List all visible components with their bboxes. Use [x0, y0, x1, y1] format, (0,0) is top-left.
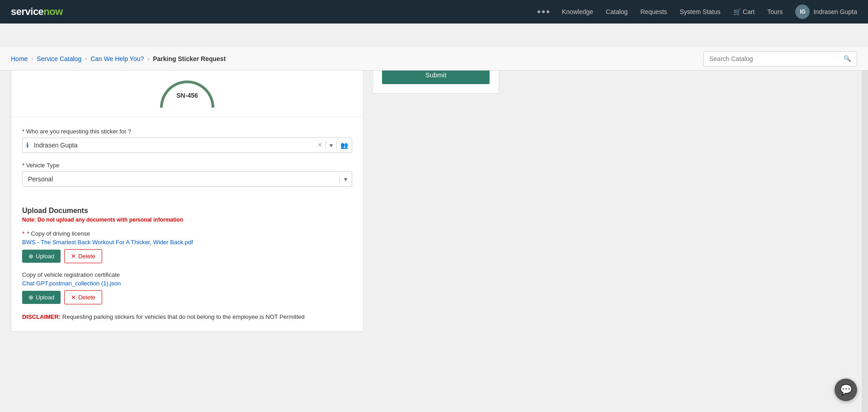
registration-group: Copy of vehicle registration certificate… — [22, 271, 352, 304]
driving-license-upload-label: Upload — [36, 253, 54, 260]
registration-delete-button[interactable]: ✕ Delete — [64, 290, 102, 304]
driving-license-delete-button[interactable]: ✕ Delete — [64, 249, 102, 263]
breadcrumb-service-catalog[interactable]: Service Catalog — [37, 55, 81, 62]
nav-tours[interactable]: Tours — [767, 8, 783, 15]
nav-knowledge[interactable]: Knowledge — [562, 8, 593, 15]
breadcrumb-current: Parking Sticker Request — [153, 55, 226, 62]
requestor-dropdown-icon[interactable]: ▾ — [326, 142, 336, 149]
search-icon: 🔍 — [844, 55, 851, 62]
requestor-people-icon[interactable]: 👥 — [336, 142, 352, 149]
dots-menu[interactable] — [538, 10, 549, 13]
registration-label: Copy of vehicle registration certificate — [22, 271, 352, 278]
delete-icon-1: ✕ — [71, 253, 76, 260]
breadcrumb: Home › Service Catalog › Can We Help You… — [11, 55, 226, 62]
dot-2 — [542, 10, 545, 13]
dot-3 — [547, 10, 549, 13]
requestor-label: * Who are you requesting this sticker fo… — [22, 128, 352, 135]
registration-upload-label: Upload — [36, 294, 54, 301]
driving-license-label: * * Copy of driving license — [22, 230, 352, 237]
upload-note-text: Do not upload any documents with persona… — [38, 217, 183, 223]
upload-title: Upload Documents — [22, 207, 352, 215]
registration-btn-row: ⊕ Upload ✕ Delete — [22, 290, 352, 304]
search-box: 🔍 — [703, 51, 857, 66]
main-nav: Knowledge Catalog Requests System Status… — [538, 5, 857, 19]
sticker-id: SN-456 — [176, 92, 198, 99]
info-icon: ℹ — [23, 142, 32, 149]
requestor-input[interactable] — [32, 138, 314, 152]
driving-license-upload-button[interactable]: ⊕ Upload — [22, 250, 61, 263]
delete-icon-2: ✕ — [71, 294, 76, 301]
nav-catalog[interactable]: Catalog — [606, 8, 627, 15]
registration-upload-button[interactable]: ⊕ Upload — [22, 291, 61, 304]
main-header: servicenow Knowledge Catalog Requests Sy… — [0, 0, 868, 24]
upload-note-prefix: Note: — [22, 217, 36, 223]
search-button[interactable]: 🔍 — [838, 52, 857, 66]
logo[interactable]: servicenow — [11, 6, 63, 18]
upload-icon-1: ⊕ — [28, 253, 33, 260]
nav-cart-label: Cart — [743, 8, 755, 15]
user-name: Indrasen Gupta — [813, 8, 857, 15]
disclaimer-label: DISCLAIMER: — [22, 313, 61, 320]
vehicle-type-select[interactable]: Personal — [23, 172, 339, 186]
vehicle-type-input-row: Personal ▾ — [22, 171, 352, 187]
vehicle-type-label: * Vehicle Type — [22, 162, 352, 169]
dot-1 — [538, 10, 540, 13]
driving-license-file-link[interactable]: BWS - The Smartest Back Workout For A Th… — [22, 239, 352, 246]
requestor-input-row: ℹ × ▾ 👥 — [22, 137, 352, 153]
nav-cart[interactable]: 🛒 Cart — [733, 8, 755, 15]
registration-delete-label: Delete — [78, 294, 95, 301]
upload-icon-2: ⊕ — [28, 294, 33, 301]
breadcrumb-sep-1: › — [31, 56, 33, 62]
form-card: Request stickers for parking your vehicl… — [11, 56, 363, 331]
driving-license-btn-row: ⊕ Upload ✕ Delete — [22, 249, 352, 263]
vehicle-type-group: * Vehicle Type Personal ▾ — [22, 162, 352, 187]
sticker-image-wrap: SN-456 — [22, 76, 352, 117]
driving-license-delete-label: Delete — [78, 253, 95, 260]
nav-system-status[interactable]: System Status — [680, 8, 721, 15]
logo-text: servicenow — [11, 6, 63, 18]
upload-note: Note: Do not upload any documents with p… — [22, 217, 352, 223]
user-menu[interactable]: IG Indrasen Gupta — [795, 5, 857, 19]
upload-section: Upload Documents Note: Do not upload any… — [11, 207, 363, 331]
requestor-group: * Who are you requesting this sticker fo… — [22, 128, 352, 153]
form-fields: * Who are you requesting this sticker fo… — [11, 117, 363, 207]
nav-requests[interactable]: Requests — [640, 8, 667, 15]
required-star-1: * — [22, 230, 24, 237]
registration-file-link[interactable]: Chat GPT.postman_collection (1).json — [22, 280, 352, 287]
breadcrumb-can-we-help[interactable]: Can We Help You? — [90, 55, 144, 62]
main-content: Request stickers for parking your vehicl… — [0, 47, 868, 341]
disclaimer: DISCLAIMER: Requesting parking stickers … — [22, 313, 352, 320]
avatar: IG — [795, 5, 810, 19]
cart-icon: 🛒 — [733, 8, 741, 15]
disclaimer-text: Requesting parking stickers for vehicles… — [62, 313, 305, 320]
sticker-circle: SN-456 — [160, 81, 214, 108]
vehicle-type-caret-icon[interactable]: ▾ — [339, 175, 352, 183]
breadcrumb-home[interactable]: Home — [11, 55, 28, 62]
requestor-clear-icon[interactable]: × — [314, 142, 326, 149]
breadcrumb-sep-2: › — [85, 56, 87, 62]
breadcrumb-sep-3: › — [147, 56, 149, 62]
breadcrumb-bar: Home › Service Catalog › Can We Help You… — [0, 47, 868, 71]
scroll-track[interactable] — [862, 47, 868, 341]
driving-license-group: * * Copy of driving license BWS - The Sm… — [22, 230, 352, 263]
search-input[interactable] — [704, 52, 838, 66]
